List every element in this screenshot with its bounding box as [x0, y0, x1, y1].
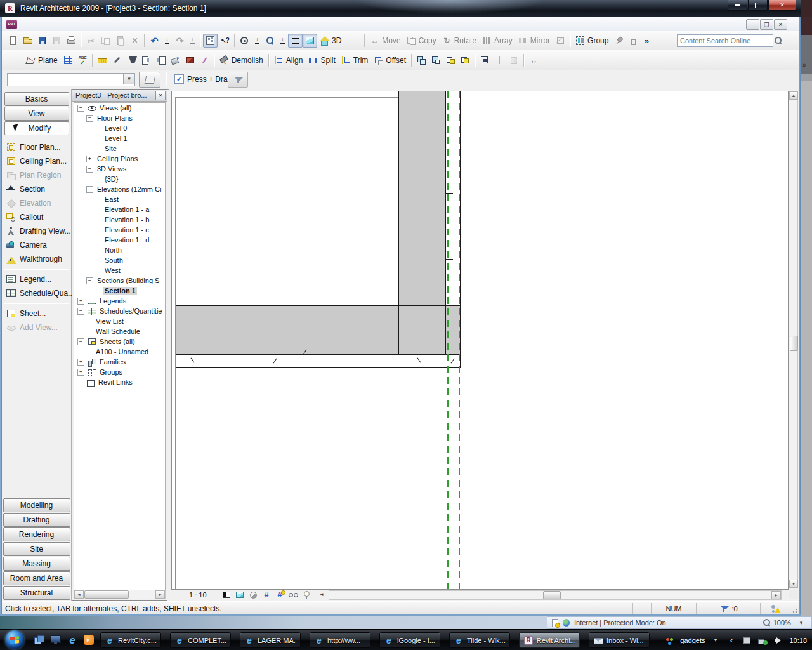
selection-filter-panel[interactable]: :0: [696, 603, 760, 614]
tree-item-site[interactable]: Site: [74, 143, 165, 154]
toolbar-copy-button[interactable]: [98, 34, 113, 48]
toolbar-copy2-button[interactable]: Copy: [404, 34, 440, 48]
tools-wall-join-button[interactable]: [478, 53, 492, 67]
design-tab-structural[interactable]: Structural: [3, 586, 70, 600]
view-scale-label[interactable]: 1 : 10: [189, 591, 221, 599]
design-tab-rendering[interactable]: Rendering: [3, 527, 70, 541]
design-tab-room-and-area[interactable]: Room and Area: [3, 571, 70, 585]
toolbar-thin-lines-button[interactable]: [288, 34, 303, 48]
toolbar-help-select-button[interactable]: [218, 34, 232, 48]
tree-item-sections-building-s[interactable]: −Sections (Building S: [74, 275, 165, 286]
scrollbar-thumb[interactable]: [543, 591, 561, 599]
tree-expander-icon[interactable]: −: [86, 166, 93, 173]
tools-bucket-button[interactable]: [168, 53, 183, 67]
design-tab-site[interactable]: Site: [3, 542, 70, 556]
scroll-left-icon[interactable]: [317, 590, 326, 600]
tools-grid-button[interactable]: [61, 53, 75, 67]
tree-expander-icon[interactable]: +: [77, 369, 84, 376]
designbar-tool-drafting-view[interactable]: Drafting View...: [2, 224, 71, 238]
mdi-minimize-button[interactable]: –: [746, 19, 759, 30]
toolbar-chevron-button[interactable]: [641, 34, 652, 48]
tree-item-elevation-1-a[interactable]: Elevation 1 - a: [74, 204, 165, 215]
toolbar-mirror-button[interactable]: Mirror: [516, 34, 553, 48]
toolbar-cut-button[interactable]: [84, 34, 98, 48]
taskbar-button-http-ww[interactable]: http://ww...: [310, 632, 370, 648]
tools-match-button[interactable]: [110, 53, 124, 67]
scroll-left-icon[interactable]: ◄: [74, 590, 84, 599]
tree-item-level-0[interactable]: Level 0: [74, 123, 165, 133]
tools-host-reveal-button[interactable]: [154, 53, 168, 67]
course-tick-3[interactable]: [446, 259, 453, 260]
toolbar-drop-button[interactable]: [252, 34, 263, 48]
tools-cut-profile-button[interactable]: [492, 53, 507, 67]
tools-paint-button[interactable]: [124, 53, 139, 67]
scrollbar-thumb[interactable]: [84, 590, 129, 599]
designbar-tool-ceiling-plan[interactable]: Ceiling Plan...: [2, 154, 71, 168]
tree-expander-icon[interactable]: +: [86, 156, 93, 162]
tree-item-views-all[interactable]: −Views (all): [74, 103, 165, 113]
toolbar-redo-button[interactable]: [173, 34, 187, 48]
tree-item-ceiling-plans[interactable]: +Ceiling Plans: [74, 154, 165, 164]
shadows-icon[interactable]: [247, 590, 259, 599]
designbar-tool-sheet[interactable]: Sheet...: [2, 307, 71, 321]
toolbar-array-button[interactable]: Array: [480, 34, 516, 48]
tree-item-west[interactable]: West: [74, 265, 165, 275]
tools-split-button[interactable]: Split: [306, 53, 338, 67]
designbar-tool-plan-region[interactable]: Plan Region: [2, 168, 71, 182]
tools-dimension-button[interactable]: [527, 53, 541, 67]
toolbar-pin-button[interactable]: [612, 34, 626, 48]
resize-grip[interactable]: [790, 603, 799, 614]
tree-expander-icon[interactable]: −: [86, 115, 93, 122]
toolbar-drop-button[interactable]: [162, 34, 173, 48]
toolbar-paste-button[interactable]: [113, 34, 128, 48]
tree-item-north[interactable]: North: [74, 245, 165, 255]
tools-work-plane-button[interactable]: Plane: [23, 53, 61, 67]
scrollbar-thumb[interactable]: [790, 336, 798, 351]
taskbar-button-inbox-wi[interactable]: Inbox - Wi...: [589, 632, 650, 648]
section-view-viewport[interactable]: [171, 91, 789, 590]
toolbar-new-button[interactable]: [6, 34, 20, 48]
toolbar-undo-button[interactable]: [147, 34, 162, 48]
designbar-tool-walkthrough[interactable]: Walkthrough: [2, 252, 71, 266]
tree-item-elevations-12mm-ci[interactable]: −Elevations (12mm Ci: [74, 184, 165, 194]
tree-item-revit-links[interactable]: Revit Links: [74, 377, 165, 387]
scroll-right-icon[interactable]: ►: [771, 591, 781, 599]
designbar-tool-legend[interactable]: Legend...: [2, 272, 71, 286]
toolbar-steering-wheel-button[interactable]: [237, 34, 252, 48]
tools-trim-button[interactable]: Trim: [339, 53, 372, 67]
tray-chevron-icon[interactable]: [726, 635, 737, 646]
course-tick-1[interactable]: [446, 150, 453, 150]
minimize-button[interactable]: [728, 0, 747, 11]
toolbar-drop-button[interactable]: [277, 34, 288, 48]
tree-expander-icon[interactable]: −: [86, 186, 93, 193]
detail-level-icon[interactable]: [221, 590, 232, 599]
mdi-close-button[interactable]: ✕: [774, 19, 787, 30]
project-browser-close-icon[interactable]: ✕: [155, 91, 166, 100]
design-tab-drafting[interactable]: Drafting: [3, 513, 70, 527]
wall-finish-face-line[interactable]: [460, 91, 461, 367]
combo-dropdown-icon[interactable]: ▼: [123, 74, 134, 84]
tree-item-sheets-all[interactable]: −Sheets (all): [74, 336, 165, 347]
quicklaunch-media-player-icon[interactable]: [82, 633, 95, 646]
toolbar-group-button[interactable]: Group: [573, 34, 612, 48]
toolbar-3d-home-button[interactable]: 3D: [317, 34, 344, 48]
press-drag-checkbox[interactable]: ✓: [174, 74, 184, 84]
floor-bottom-line[interactable]: [176, 354, 461, 355]
crop-visibility-icon[interactable]: [274, 590, 285, 599]
course-tick-2[interactable]: [446, 193, 453, 194]
taskbar-clock[interactable]: 10:18: [789, 637, 807, 644]
break-mark-5[interactable]: [451, 359, 455, 364]
tray-app-icon[interactable]: [742, 635, 752, 646]
tree-item-floor-plans[interactable]: −Floor Plans: [74, 113, 165, 123]
break-mark-2[interactable]: [273, 359, 277, 364]
volume-icon[interactable]: [773, 635, 784, 646]
wall-section-fill[interactable]: [398, 91, 445, 305]
toolbar-open-button[interactable]: [20, 34, 35, 48]
tools-host-sweep-button[interactable]: [139, 53, 154, 67]
scroll-up-icon[interactable]: ▲: [789, 91, 798, 100]
break-mark-1[interactable]: [191, 358, 195, 363]
tree-item-section-1[interactable]: Section 1: [74, 286, 165, 296]
toolbar-delete-button[interactable]: [128, 34, 142, 48]
tools-tape-measure-button[interactable]: [95, 53, 110, 67]
tools-join-1-button[interactable]: [414, 53, 429, 67]
